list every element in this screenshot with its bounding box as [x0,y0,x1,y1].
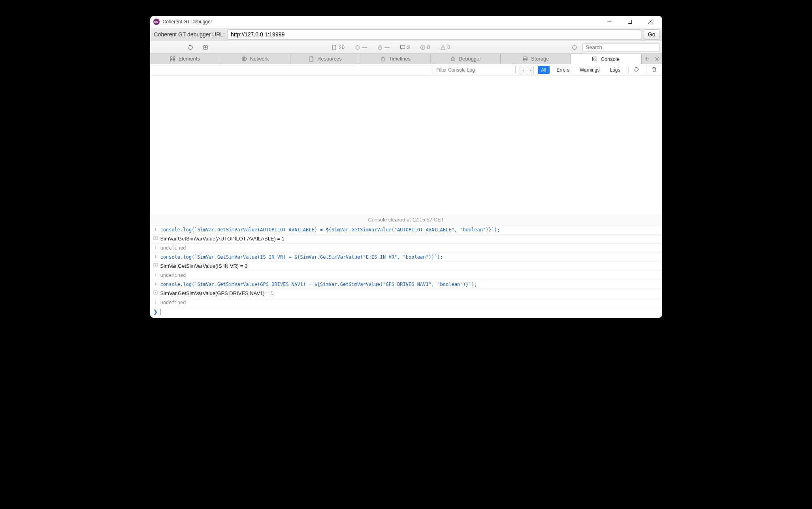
tab-timelines[interactable]: Timelines [360,54,431,64]
titlebar: cu Coherent GT Debugger [150,16,662,28]
tab-console[interactable]: Console [571,54,641,64]
console-return-row: undefined [150,243,662,252]
filter-prev-button[interactable]: ‹ [520,66,527,74]
download-button[interactable] [202,44,209,51]
tab-label: Timelines [389,56,411,62]
metrics-toolbar: 20 — — 3 0 0 [150,41,662,54]
log-icon [153,236,158,240]
return-caret-icon [153,272,158,278]
console-input-text: console.log(`SimVar.GetSimVarValue(AUTOP… [160,227,659,233]
input-caret-icon [153,281,158,287]
console-log-text: SimVar.GetSimVarValue(GPS DRIVES NAV1) =… [160,290,659,297]
time-metric-b[interactable]: — [377,44,390,50]
maximize-button[interactable] [621,16,639,28]
console-log-text: SimVar.GetSimVarValue(IS IN VR) = 0 [160,263,659,269]
return-caret-icon [153,245,158,250]
tab-debugger[interactable]: Debugger [431,54,501,64]
tab-network[interactable]: Network [220,54,290,64]
tab-label: Storage [531,56,549,62]
url-bar: Coherent GT debugger URL: Go [150,28,662,41]
console-return-text: undefined [160,272,659,278]
svg-point-16 [523,57,527,58]
filter-logs[interactable]: Logs [607,66,623,74]
tab-storage[interactable]: Storage [501,54,571,64]
app-icon: cu [153,19,160,25]
svg-rect-6 [400,45,405,49]
clear-console-button[interactable] [651,66,659,74]
warn-count: 0 [447,44,450,50]
console-input-row: console.log(`SimVar.GetSimVarValue(AUTOP… [150,225,662,234]
tab-label: Network [250,56,269,62]
tabs-trailing [641,54,662,64]
settings-button[interactable] [652,54,662,64]
go-button[interactable]: Go [644,29,660,40]
inspect-button[interactable] [571,44,578,51]
console-area: Console cleared at 12:15:57 CET console.… [150,76,662,318]
console-log-text: SimVar.GetSimVarValue(AUTOPILOT AVAILABL… [160,236,659,242]
tab-elements[interactable]: Elements [150,54,220,64]
prompt-caret-icon: ❯ [153,309,158,315]
svg-rect-12 [173,59,175,61]
new-tab-button[interactable] [642,54,652,64]
console-prompt[interactable]: ❯ [150,307,662,318]
docs-metric[interactable]: 20 [332,44,344,50]
url-label: Coherent GT debugger URL: [153,31,225,38]
info-metric[interactable]: 0 [420,44,430,50]
console-cleared-message: Console cleared at 12:15:57 CET [150,214,662,225]
separator [628,66,629,74]
warn-metric[interactable]: 0 [440,44,450,50]
input-caret-icon [153,227,158,232]
input-caret-icon [153,254,158,259]
window-title: Coherent GT Debugger [163,19,212,25]
svg-point-18 [656,58,658,60]
docs-count: 20 [339,44,344,50]
console-log-row: SimVar.GetSimVarValue(AUTOPILOT AVAILABL… [150,234,662,243]
svg-point-8 [573,45,577,49]
comments-count: 3 [407,44,410,50]
console-log-row: SimVar.GetSimVarValue(IS IN VR) = 0 [150,261,662,271]
minimize-button[interactable] [601,16,618,28]
console-input-row: console.log(`SimVar.GetSimVarValue(IS IN… [150,252,662,261]
time-metric-a[interactable]: — [355,44,367,50]
tab-label: Elements [179,56,200,62]
separator [646,66,646,74]
filter-next-button[interactable]: › [527,66,534,74]
console-input-text: console.log(`SimVar.GetSimVarValue(GPS D… [160,281,659,288]
svg-rect-9 [170,57,172,58]
console-filter-bar: ‹ › All Errors Warnings Logs [150,64,662,76]
time-a-value: — [362,44,367,50]
svg-point-15 [452,58,454,61]
svg-rect-11 [170,59,172,61]
console-log-row: SimVar.GetSimVarValue(GPS DRIVES NAV1) =… [150,289,662,298]
log-icon [153,263,158,267]
search-input[interactable] [582,43,660,52]
console-return-text: undefined [160,299,659,306]
console-input-text: console.log(`SimVar.GetSimVarValue(IS IN… [160,254,659,260]
close-button[interactable] [642,16,659,28]
log-icon [153,290,158,295]
text-cursor [160,309,160,315]
filter-all[interactable]: All [538,66,549,74]
svg-rect-17 [593,57,597,61]
svg-rect-10 [173,57,175,58]
filter-input[interactable] [433,66,516,74]
tab-label: Resources [317,56,342,62]
app-window: cu Coherent GT Debugger Coherent GT debu… [150,16,662,318]
console-return-text: undefined [160,245,659,251]
console-return-row: undefined [150,271,662,280]
reload-button[interactable] [187,44,194,51]
filter-errors[interactable]: Errors [554,66,573,74]
url-input[interactable] [227,29,641,40]
console-input-row: console.log(`SimVar.GetSimVarValue(GPS D… [150,280,662,289]
panel-tabs: Elements Network Resources Timelines Deb… [150,54,662,64]
info-count: 0 [427,44,430,50]
filter-warnings[interactable]: Warnings [577,66,603,74]
tab-label: Debugger [459,56,481,62]
refresh-console-button[interactable] [633,66,641,74]
console-output[interactable]: Console cleared at 12:15:57 CET console.… [150,76,662,307]
console-return-row: undefined [150,298,662,307]
comments-metric[interactable]: 3 [400,44,410,50]
tab-resources[interactable]: Resources [290,54,361,64]
svg-rect-1 [628,20,631,24]
time-b-value: — [384,44,390,50]
